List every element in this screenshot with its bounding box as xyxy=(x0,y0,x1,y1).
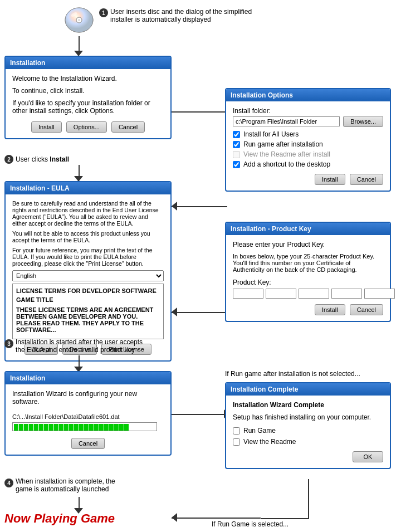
shortcut-label: Add a shortcut to the desktop xyxy=(243,160,330,168)
install-options-btn[interactable]: Options... xyxy=(66,121,107,133)
if-selected-label: If Run Game is selected... xyxy=(212,520,289,528)
horiz-connector-complete xyxy=(261,518,309,519)
complete-run-game-check[interactable] xyxy=(233,427,240,435)
pk-input-2[interactable] xyxy=(266,289,296,299)
install-cancel-btn[interactable]: Cancel xyxy=(111,121,145,133)
arrow-to-now-playing xyxy=(172,513,177,522)
options-cancel-btn[interactable]: Cancel xyxy=(350,174,383,185)
step4-circle: 4 xyxy=(4,479,13,487)
eula-game-title: GAME TITLE xyxy=(16,296,160,303)
install-dialog-title: Installation xyxy=(6,57,170,69)
if-not-selected-label: If Run game after installation is not se… xyxy=(225,370,392,378)
step4-label: 4 When installation is complete, thegame… xyxy=(4,477,115,493)
arrow-to-complete-line xyxy=(172,414,225,415)
complete-view-readme-label: View the Readme xyxy=(243,438,296,446)
installing-dialog: Installation Installation Wizard is conf… xyxy=(4,371,172,456)
run-game-label: Run game after installation xyxy=(243,140,323,148)
pk-input-3[interactable] xyxy=(299,289,329,299)
arrow-options-to-eula-line xyxy=(172,206,227,207)
arrow-step2-down-line xyxy=(79,165,80,177)
install-folder-input[interactable] xyxy=(233,116,340,126)
run-game-check[interactable] xyxy=(233,141,240,148)
vert-connector-complete xyxy=(308,479,309,519)
pk-input-5[interactable] xyxy=(364,289,395,299)
eula-intro: Be sure to carefully read and understand… xyxy=(12,200,164,227)
pk-line1: Please enter your Product Key. xyxy=(233,241,383,248)
eula-para3: For your future reference, you may print… xyxy=(12,247,164,267)
install-dialog: Installation Welcome to the Installation… xyxy=(4,56,172,139)
progress-bar-fill xyxy=(13,423,130,431)
eula-dialog-title: Installation - EULA xyxy=(6,182,170,194)
ok-btn[interactable]: OK xyxy=(353,451,383,462)
language-select[interactable]: English xyxy=(12,270,164,281)
installing-cancel-btn[interactable]: Cancel xyxy=(71,438,105,449)
now-playing-text: Now Playing Game xyxy=(4,511,115,526)
complete-run-game-label: Run Game xyxy=(243,427,276,435)
pk-cancel-btn[interactable]: Cancel xyxy=(350,304,383,315)
complete-view-readme-check[interactable] xyxy=(233,438,240,446)
step2-label: 2 User clicks Install xyxy=(4,155,69,164)
complete-dialog: Installation Complete Installation Wizar… xyxy=(225,382,391,469)
arrow-to-now-playing-line xyxy=(172,518,261,519)
install-continue: To continue, click Install. xyxy=(12,87,164,95)
step2-circle: 2 xyxy=(4,155,13,164)
install-folder-label: Install folder: xyxy=(233,107,383,115)
pk-input-1[interactable] xyxy=(233,289,263,299)
options-install-btn[interactable]: Install xyxy=(315,174,345,185)
complete-line1: Installation Wizard Complete xyxy=(233,401,383,409)
step1-circle: 1 xyxy=(99,8,108,17)
arrow-pk-to-install-line xyxy=(172,312,225,313)
shortcut-check[interactable] xyxy=(233,161,240,168)
view-readme-check[interactable] xyxy=(233,151,240,158)
progress-bar-container xyxy=(12,422,157,431)
options-dialog-title: Installation Options xyxy=(226,89,390,101)
options-dialog: Installation Options Install folder: Bro… xyxy=(225,88,391,192)
view-readme-label: View the Readme after install xyxy=(243,150,330,158)
step3-circle: 3 xyxy=(4,339,13,348)
complete-dialog-title: Installation Complete xyxy=(226,383,390,396)
all-users-check[interactable] xyxy=(233,131,240,138)
arrow-step4-down-line xyxy=(79,497,80,509)
arrow-to-options-line xyxy=(172,111,227,113)
installing-dialog-title: Installation xyxy=(6,372,170,384)
pk-input-4[interactable] xyxy=(331,289,362,299)
installing-filepath: C:\...\Install Folder\Data\Datafile601.d… xyxy=(12,413,164,420)
installing-line1: Installation Wizard is configuring your … xyxy=(12,390,164,406)
eula-body: THESE LICENSE TERMS ARE AN AGREEMENT BET… xyxy=(16,306,160,333)
eula-heading: LICENSE TERMS FOR DEVELOPER SOFTWARE xyxy=(16,287,160,294)
step1-description: 1 User inserts disc and the dialog of th… xyxy=(99,8,255,23)
eula-dialog: Installation - EULA Be sure to carefully… xyxy=(4,181,172,362)
pk-install-btn[interactable]: Install xyxy=(315,304,345,315)
pk-label: Product Key: xyxy=(233,279,383,286)
svg-point-3 xyxy=(78,19,80,21)
arrow-pk-to-install xyxy=(172,308,177,316)
arrow-cd-down-line xyxy=(79,36,80,52)
all-users-label: Install for All Users xyxy=(243,130,299,138)
arrow-options-to-eula xyxy=(172,202,177,211)
install-btn[interactable]: Install xyxy=(31,121,62,133)
cd-icon xyxy=(64,4,95,37)
eula-text-box[interactable]: LICENSE TERMS FOR DEVELOPER SOFTWARE GAM… xyxy=(12,284,164,339)
pk-dialog-title: Installation - Product Key xyxy=(226,223,390,235)
step3-label: 3 Installation is started after the user… xyxy=(4,338,143,354)
install-welcome: Welcome to the Installation Wizard. xyxy=(12,75,164,82)
browse-btn[interactable]: Browse... xyxy=(343,116,383,127)
pk-line2: In boxes below, type your 25-character P… xyxy=(233,253,383,273)
arrow-step3-down-line xyxy=(79,355,80,368)
eula-para2: You will not be able to access this prod… xyxy=(12,230,164,243)
complete-line2: Setup has finished installing on your co… xyxy=(233,413,383,421)
product-key-dialog: Installation - Product Key Please enter … xyxy=(225,222,391,322)
install-options-hint: If you'd like to specify your installati… xyxy=(12,99,164,115)
